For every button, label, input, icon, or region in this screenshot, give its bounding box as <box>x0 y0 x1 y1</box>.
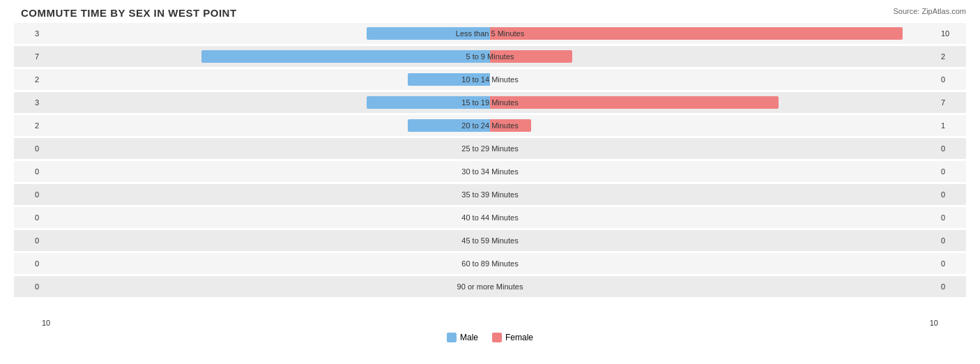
chart-row: 0 60 to 89 Minutes 0 <box>14 253 966 274</box>
axis-left-label: 10 <box>42 319 50 327</box>
right-value: 0 <box>938 190 966 199</box>
chart-row: 0 25 to 29 Minutes 0 <box>14 138 966 159</box>
right-value: 10 <box>938 29 966 38</box>
chart-row: 2 20 to 24 Minutes 1 <box>14 115 966 136</box>
left-value: 3 <box>14 98 42 107</box>
bars-container: 20 to 24 Minutes <box>42 115 938 136</box>
chart-row: 0 45 to 59 Minutes 0 <box>14 230 966 251</box>
chart-container: COMMUTE TIME BY SEX IN WEST POINT Source… <box>0 0 980 364</box>
left-value: 0 <box>14 259 42 268</box>
chart-row: 0 40 to 44 Minutes 0 <box>14 207 966 228</box>
female-legend-box <box>492 333 502 342</box>
chart-row: 3 Less than 5 Minutes 10 <box>14 23 966 44</box>
bar-female <box>490 27 903 40</box>
left-value: 7 <box>14 52 42 61</box>
right-value: 7 <box>938 98 966 107</box>
left-value: 0 <box>14 236 42 245</box>
right-value: 2 <box>938 52 966 61</box>
bars-container: 30 to 34 Minutes <box>42 161 938 182</box>
chart-row: 7 5 to 9 Minutes 2 <box>14 46 966 67</box>
female-legend-label: Female <box>505 333 533 342</box>
axis-bottom: 10 10 <box>14 316 966 330</box>
chart-row: 0 35 to 39 Minutes 0 <box>14 184 966 205</box>
right-value: 0 <box>938 144 966 153</box>
right-value: 0 <box>938 282 966 291</box>
chart-title: COMMUTE TIME BY SEX IN WEST POINT <box>14 7 966 19</box>
chart-row: 2 10 to 14 Minutes 0 <box>14 69 966 90</box>
row-label: 15 to 19 Minutes <box>461 98 518 107</box>
right-value: 0 <box>938 75 966 84</box>
bars-container: Less than 5 Minutes <box>42 23 938 44</box>
left-value: 0 <box>14 282 42 291</box>
right-value: 0 <box>938 259 966 268</box>
legend: Male Female <box>14 333 966 342</box>
left-value: 0 <box>14 190 42 199</box>
left-value: 3 <box>14 29 42 38</box>
bars-container: 15 to 19 Minutes <box>42 92 938 113</box>
row-label: 5 to 9 Minutes <box>466 52 514 61</box>
row-label: 90 or more Minutes <box>457 282 523 291</box>
bars-container: 40 to 44 Minutes <box>42 207 938 228</box>
left-value: 2 <box>14 121 42 130</box>
bars-container: 35 to 39 Minutes <box>42 184 938 205</box>
bars-container: 45 to 59 Minutes <box>42 230 938 251</box>
bar-female <box>490 96 779 109</box>
left-value: 0 <box>14 144 42 153</box>
bar-male <box>201 50 490 63</box>
row-label: 20 to 24 Minutes <box>461 121 518 130</box>
right-value: 1 <box>938 121 966 130</box>
row-label: 10 to 14 Minutes <box>461 75 518 84</box>
right-value: 0 <box>938 213 966 222</box>
axis-right-label: 10 <box>930 319 938 327</box>
right-value: 0 <box>938 236 966 245</box>
male-legend-box <box>447 333 457 342</box>
row-label: 60 to 89 Minutes <box>461 259 518 268</box>
legend-female: Female <box>492 333 533 342</box>
left-value: 0 <box>14 213 42 222</box>
row-label: Less than 5 Minutes <box>456 29 524 38</box>
row-label: 35 to 39 Minutes <box>461 190 518 199</box>
chart-row: 3 15 to 19 Minutes 7 <box>14 92 966 113</box>
right-value: 0 <box>938 167 966 176</box>
chart-area: 3 Less than 5 Minutes 10 7 5 to 9 Minute… <box>14 23 966 316</box>
row-label: 25 to 29 Minutes <box>461 144 518 153</box>
bars-container: 60 to 89 Minutes <box>42 253 938 274</box>
bars-container: 5 to 9 Minutes <box>42 46 938 67</box>
left-value: 0 <box>14 167 42 176</box>
bars-container: 25 to 29 Minutes <box>42 138 938 159</box>
chart-row: 0 90 or more Minutes 0 <box>14 276 966 297</box>
row-label: 45 to 59 Minutes <box>461 236 518 245</box>
left-value: 2 <box>14 75 42 84</box>
bars-container: 10 to 14 Minutes <box>42 69 938 90</box>
row-label: 30 to 34 Minutes <box>461 167 518 176</box>
source-label: Source: ZipAtlas.com <box>893 7 966 15</box>
row-label: 40 to 44 Minutes <box>461 213 518 222</box>
chart-row: 0 30 to 34 Minutes 0 <box>14 161 966 182</box>
legend-male: Male <box>447 333 478 342</box>
bars-container: 90 or more Minutes <box>42 276 938 297</box>
male-legend-label: Male <box>460 333 478 342</box>
